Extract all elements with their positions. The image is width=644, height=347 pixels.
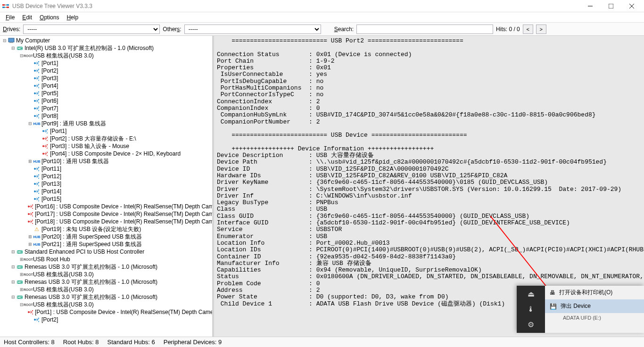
svg-point-12: [38, 72, 39, 73]
tree-row[interactable]: [Port18] : USB Composite Device - Intel(…: [2, 218, 212, 225]
temperature-icon[interactable]: 🌡: [527, 305, 535, 314]
tree-row[interactable]: ⚠[Port19] : 未知 USB 设备(设定地址失败): [2, 225, 212, 233]
tree-row[interactable]: ⊞ROOTUSB 根集线器(USB 3.0): [2, 271, 212, 278]
tree-row[interactable]: ⊟HCRenesas USB 3.0 可扩展主机控制器 - 1.0 (Micro…: [2, 278, 212, 286]
svg-point-45: [38, 170, 39, 171]
tray-eject-subitem[interactable]: ADATA UFD (E:): [545, 313, 644, 322]
tree-row[interactable]: ⊞HUB[Port21] : 通用 SuperSpeed USB 集线器: [2, 240, 212, 248]
tree-row[interactable]: ⊟HCIntel(R) USB 3.0 可扩展主机控制器 - 1.0 (Micr…: [2, 44, 212, 52]
port-icon: [33, 90, 41, 97]
tray-eject-device[interactable]: 💾 弹出 Device: [545, 299, 644, 313]
tree-toggle[interactable]: ⊞: [27, 242, 33, 247]
svg-point-63: [32, 215, 33, 216]
tree-toggle[interactable]: ⊞: [27, 159, 33, 164]
tree-row[interactable]: [Port1]: [2, 127, 212, 135]
svg-point-15: [38, 80, 39, 81]
tree-toggle[interactable]: ⊟: [27, 121, 33, 126]
tree-row[interactable]: [Port11]: [2, 165, 212, 173]
tree-label: [Port19] : 未知 USB 设备(设定地址失败): [41, 225, 141, 233]
prev-hit-button[interactable]: <: [523, 25, 533, 34]
tree-row[interactable]: [Port4]: [2, 82, 212, 90]
tree-label: Renesas USB 3.0 可扩展主机控制器 - 1.0 (Microsof…: [25, 278, 157, 286]
tree-toggle[interactable]: ⊟: [10, 249, 16, 254]
eject-icon[interactable]: ⏏: [528, 289, 535, 298]
svg-point-9: [38, 65, 39, 66]
others-select[interactable]: -----: [184, 25, 321, 34]
svg-point-19: [34, 92, 36, 94]
tree-row[interactable]: [Port8]: [2, 112, 212, 120]
svg-point-52: [34, 190, 36, 192]
tree-row[interactable]: [Port1] : USB Composite Device - Intel(R…: [2, 308, 212, 316]
tree-label: [Port1] : USB Composite Device - Intel(R…: [35, 309, 214, 315]
tree-row[interactable]: [Port2]: [2, 316, 212, 323]
tree-row[interactable]: ⊟My Computer: [2, 37, 212, 44]
close-button[interactable]: [621, 0, 642, 12]
tree-row[interactable]: ⊞HUB[Port10] : 通用 USB 集线器: [2, 157, 212, 165]
menu-help[interactable]: Help: [63, 13, 82, 22]
drive-icon: 💾: [550, 303, 557, 310]
svg-point-18: [38, 87, 39, 88]
tree-row[interactable]: [Port13]: [2, 180, 212, 188]
tree-row[interactable]: [Port2]: [2, 67, 212, 74]
tree-toggle[interactable]: ⊟: [2, 38, 8, 43]
menu-options[interactable]: Options: [36, 13, 63, 22]
port-icon: [33, 67, 41, 74]
svg-rect-68: [32, 310, 33, 311]
tree-label: USB 根集线器(USB 3.0): [33, 271, 94, 279]
tree-label: [Port10] : 通用 USB 集线器: [41, 157, 109, 165]
tree-row[interactable]: ⊟ROOTUSB 根集线器(USB 3.0): [2, 301, 212, 308]
tree-row[interactable]: ⊞HUB[Port20] : 通用 SuperSpeed USB 集线器: [2, 233, 212, 240]
device-tree-pane[interactable]: ⊟My Computer⊟HCIntel(R) USB 3.0 可扩展主机控制器…: [0, 36, 214, 337]
tree-row[interactable]: ⊟HCRenesas USB 3.0 可扩展主机控制器 - 1.0 (Micro…: [2, 263, 212, 271]
tree-label: [Port1]: [41, 60, 58, 66]
svg-point-34: [42, 138, 44, 140]
svg-rect-29: [38, 114, 39, 115]
drives-select[interactable]: -----: [23, 25, 160, 34]
tree-row[interactable]: ⊟HCStandard Enhanced PCI to USB Host Con…: [2, 248, 212, 256]
tree-label: [Port21] : 通用 SuperSpeed USB 集线器: [41, 240, 142, 248]
svg-point-25: [34, 107, 36, 109]
tray-icon-strip: ⏏ 🌡 ⚙: [517, 286, 545, 333]
port-icon: [33, 98, 41, 104]
tree-row[interactable]: ⊟ROOTUSB 根集线器(USB 3.0): [2, 52, 212, 59]
window-title: USB Device Tree Viewer V3.3.3: [12, 3, 580, 9]
maximize-button[interactable]: [601, 0, 621, 12]
svg-point-72: [38, 321, 39, 322]
search-input[interactable]: [356, 25, 493, 34]
tree-row[interactable]: [Port3] : USB 输入设备 - Mouse: [2, 142, 212, 150]
tray-open-devices[interactable]: 🖶 打开设备和打印机(O): [545, 286, 644, 299]
tree-row[interactable]: ⊟HUB[Port9] : 通用 USB 集线器: [2, 120, 212, 127]
tree-row[interactable]: [Port14]: [2, 188, 212, 195]
svg-point-48: [38, 178, 39, 179]
tree-toggle[interactable]: ⊟: [10, 46, 16, 50]
tree-label: [Port2]: [41, 316, 58, 323]
tree-row[interactable]: [Port1]: [2, 59, 212, 67]
tree-row[interactable]: [Port16] : USB Composite Device - Intel(…: [2, 203, 212, 210]
tree-row[interactable]: [Port6]: [2, 97, 212, 105]
tree-row[interactable]: ⊞ROOTUSB 根集线器(USB 3.0): [2, 286, 212, 293]
menu-edit[interactable]: Edit: [18, 13, 36, 22]
next-hit-button[interactable]: >: [536, 25, 546, 34]
tree-toggle[interactable]: ⊟: [10, 295, 16, 299]
tree-row[interactable]: [Port15]: [2, 195, 212, 203]
tree-row[interactable]: [Port3]: [2, 74, 212, 82]
tree-row[interactable]: ⊞ROOTUSB Root Hub: [2, 256, 212, 263]
tree-row[interactable]: [Port5]: [2, 90, 212, 97]
tree-row[interactable]: [Port4] : USB Composite Device - 2× HID,…: [2, 150, 212, 157]
port-icon: [33, 60, 41, 66]
menu-file[interactable]: File: [2, 13, 18, 22]
tree-toggle[interactable]: ⊟: [10, 264, 16, 269]
minimize-button[interactable]: [580, 0, 601, 12]
tree-toggle[interactable]: ⊞: [27, 234, 33, 239]
tree-toggle[interactable]: ⊟: [10, 280, 16, 284]
hits-text: Hits: 0 / 0: [496, 26, 520, 33]
tree-row[interactable]: ⊟HCRenesas USB 3.0 可扩展主机控制器 - 1.0 (Micro…: [2, 293, 212, 301]
tree-row[interactable]: [Port2] : USB 大容量存储设备 - E:\: [2, 135, 212, 142]
tree-row[interactable]: [Port17] : USB Composite Device - Intel(…: [2, 210, 212, 218]
root-icon: ROOT: [25, 286, 32, 293]
tree-label: [Port16] : USB Composite Device - Intel(…: [35, 203, 214, 210]
settings-icon[interactable]: ⚙: [528, 320, 534, 329]
tree-row[interactable]: [Port12]: [2, 173, 212, 180]
tree-row[interactable]: [Port7]: [2, 105, 212, 112]
tray-popup: ⏏ 🌡 ⚙ 🖶 打开设备和打印机(O) 💾 弹出 Device ADATA UF…: [517, 286, 644, 333]
